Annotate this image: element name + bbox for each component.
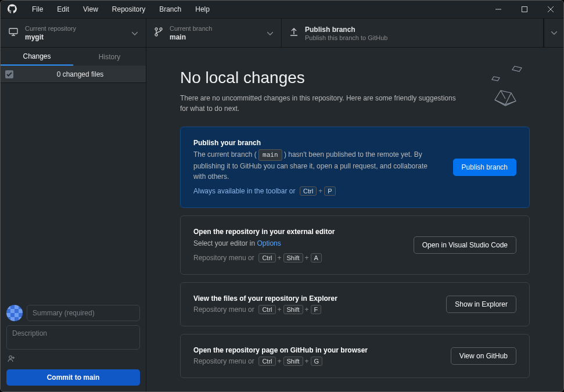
changed-files-count: 0 changed files (19, 70, 141, 78)
publish-title: Publish branch (305, 25, 535, 34)
tab-changes[interactable]: Changes (1, 48, 73, 66)
repo-label: Current repository (25, 24, 125, 33)
menu-repository[interactable]: Repository (105, 2, 152, 17)
github-logo-icon (8, 4, 17, 15)
empty-state-illustration-icon (472, 63, 530, 111)
svg-point-4 (155, 34, 157, 36)
show-explorer-button[interactable]: Show in Explorer (446, 296, 516, 313)
commit-description-input[interactable] (6, 325, 140, 350)
branch-pill: main (258, 149, 282, 161)
chevron-down-icon (132, 29, 138, 37)
card-hotkey: Always available in the toolbar or Ctrl+… (193, 186, 441, 196)
card-title: Open the repository page on GitHub in yo… (193, 346, 439, 354)
current-repository-selector[interactable]: Current repository mygit (1, 19, 146, 47)
main-menu: File Edit View Repository Branch Help (25, 2, 217, 17)
svg-point-3 (160, 28, 162, 30)
card-desc: The current branch ( main ) hasn't been … (193, 149, 441, 182)
commit-form: Commit to main (1, 301, 146, 391)
commit-button[interactable]: Commit to main (6, 369, 140, 386)
card-title: Open the repository in your external edi… (193, 228, 402, 236)
svg-rect-0 (522, 7, 527, 12)
sidebar: Changes History 0 changed files (1, 48, 146, 391)
file-list-empty (1, 83, 146, 301)
publish-desc: Publish this branch to GitHub (305, 34, 535, 41)
open-editor-button[interactable]: Open in Visual Studio Code (414, 236, 516, 254)
add-coauthor-button[interactable] (6, 354, 140, 365)
publish-branch-toolbar-button[interactable]: Publish branch Publish this branch to Gi… (282, 19, 544, 47)
git-branch-icon (155, 27, 163, 38)
card-hotkey: Repository menu or Ctrl+Shift+F (193, 305, 434, 314)
content: No local changes There are no uncommitte… (146, 48, 563, 391)
chevron-down-icon (267, 29, 273, 37)
page-subtitle: There are no uncommitted changes in this… (180, 93, 465, 114)
window-minimize-button[interactable] (485, 1, 511, 19)
tab-history[interactable]: History (73, 48, 146, 66)
menu-view[interactable]: View (76, 2, 105, 17)
svg-point-2 (155, 28, 157, 30)
current-branch-selector[interactable]: Current branch main (146, 19, 282, 47)
svg-point-5 (9, 356, 12, 359)
options-link[interactable]: Options (257, 239, 281, 247)
window-close-button[interactable] (537, 1, 563, 19)
card-desc: Select your editor in Options (193, 238, 402, 249)
changes-header: 0 changed files (1, 66, 146, 83)
view-github-button[interactable]: View on GitHub (451, 347, 516, 365)
branch-label: Current branch (170, 24, 260, 33)
toolbar: Current repository mygit Current branch … (1, 19, 563, 48)
svg-rect-1 (9, 28, 17, 34)
card-publish-branch: Publish your branch The current branch (… (180, 127, 530, 208)
menu-help[interactable]: Help (188, 2, 217, 17)
upload-icon (290, 27, 298, 38)
publish-branch-button[interactable]: Publish branch (453, 159, 516, 176)
menu-file[interactable]: File (25, 2, 50, 17)
branch-name: main (170, 33, 260, 42)
commit-summary-input[interactable] (27, 305, 140, 321)
card-title: Publish your branch (193, 139, 441, 147)
card-show-explorer: View the files of your repository in Exp… (180, 282, 530, 326)
card-title: View the files of your repository in Exp… (193, 294, 434, 303)
menu-edit[interactable]: Edit (50, 2, 76, 17)
card-hotkey: Repository menu or Ctrl+Shift+A (193, 253, 402, 262)
publish-menu-button[interactable] (544, 19, 563, 47)
card-view-github: Open the repository page on GitHub in yo… (180, 334, 530, 378)
repo-name: mygit (25, 33, 125, 42)
pc-icon (9, 28, 18, 38)
card-open-editor: Open the repository in your external edi… (180, 215, 530, 275)
card-hotkey: Repository menu or Ctrl+Shift+G (193, 357, 439, 366)
titlebar: File Edit View Repository Branch Help (1, 1, 563, 19)
menu-branch[interactable]: Branch (152, 2, 188, 17)
window-maximize-button[interactable] (511, 1, 537, 19)
select-all-checkbox[interactable] (5, 70, 13, 78)
avatar (6, 305, 23, 321)
